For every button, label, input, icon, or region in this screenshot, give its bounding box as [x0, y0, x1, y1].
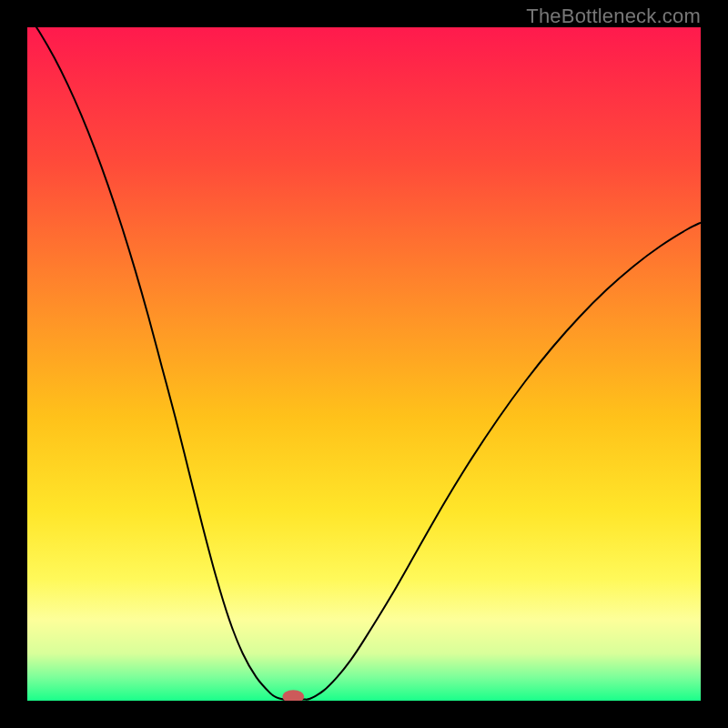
watermark-text: TheBottleneck.com: [526, 5, 701, 28]
plot-area: [27, 27, 701, 701]
chart-svg: [27, 27, 701, 701]
chart-frame: TheBottleneck.com: [0, 0, 728, 728]
gradient-background: [27, 27, 701, 701]
